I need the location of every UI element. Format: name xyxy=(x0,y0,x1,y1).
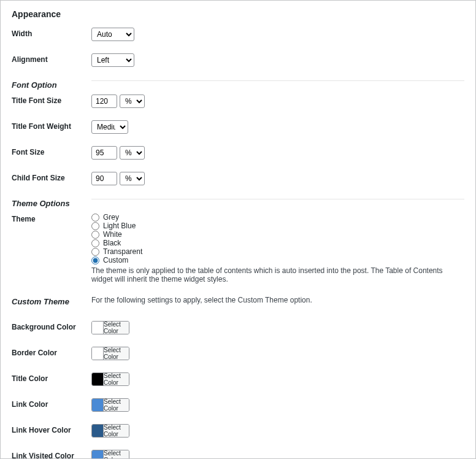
link-color-label: Link Color xyxy=(12,398,91,409)
select-color-text: Select Color xyxy=(103,450,129,459)
title-font-size-label: Title Font Size xyxy=(12,94,91,105)
link-hover-color-button[interactable]: Select Color xyxy=(91,424,129,438)
link-hover-color-label: Link Hover Color xyxy=(12,424,91,434)
alignment-label: Alignment xyxy=(12,53,91,64)
theme-radio-grey[interactable] xyxy=(91,214,99,222)
child-font-size-label: Child Font Size xyxy=(12,172,91,182)
border-color-swatch xyxy=(92,347,103,360)
background-color-label: Background Color xyxy=(12,321,91,331)
link-visited-color-swatch xyxy=(92,450,103,459)
theme-radio-black-label: Black xyxy=(103,239,121,247)
theme-radio-white-label: White xyxy=(103,230,122,239)
theme-radio-transparent-label: Transparent xyxy=(103,247,142,256)
title-color-swatch xyxy=(92,373,103,385)
theme-radio-light-blue[interactable] xyxy=(91,222,99,230)
link-hover-color-swatch xyxy=(92,425,103,437)
theme-radio-transparent[interactable] xyxy=(91,248,99,256)
title-color-button[interactable]: Select Color xyxy=(91,372,129,386)
font-option-heading: Font Option xyxy=(12,80,91,90)
select-color-text: Select Color xyxy=(103,373,129,385)
link-visited-color-button[interactable]: Select Color xyxy=(91,450,129,459)
link-color-swatch xyxy=(92,399,103,411)
title-font-weight-label: Title Font Weight xyxy=(12,120,91,131)
select-color-text: Select Color xyxy=(103,347,129,360)
background-color-swatch xyxy=(92,322,103,334)
theme-radio-white[interactable] xyxy=(91,231,99,239)
custom-theme-help-text: For the following settings to apply, sel… xyxy=(91,296,464,304)
font-size-label: Font Size xyxy=(12,146,91,156)
select-color-text: Select Color xyxy=(103,322,129,334)
theme-radio-grey-label: Grey xyxy=(103,213,119,222)
theme-options-heading: Theme Options xyxy=(12,199,91,208)
theme-radio-custom[interactable] xyxy=(91,256,99,264)
child-font-size-input[interactable] xyxy=(91,172,117,185)
custom-theme-heading: Custom Theme xyxy=(12,297,91,306)
font-size-input[interactable] xyxy=(91,146,117,160)
background-color-button[interactable]: Select Color xyxy=(91,321,129,334)
theme-help-text: The theme is only applied to the table o… xyxy=(91,266,464,284)
select-color-text: Select Color xyxy=(103,399,129,411)
theme-radio-light-blue-label: Light Blue xyxy=(103,222,136,230)
width-select[interactable]: Auto xyxy=(91,28,134,41)
border-color-label: Border Color xyxy=(12,347,91,357)
link-color-button[interactable]: Select Color xyxy=(91,398,129,412)
theme-radio-black[interactable] xyxy=(91,239,99,247)
select-color-text: Select Color xyxy=(103,425,129,437)
child-font-size-unit-select[interactable]: % xyxy=(120,172,145,185)
theme-label: Theme xyxy=(12,213,91,223)
title-font-size-input[interactable] xyxy=(91,94,117,108)
width-label: Width xyxy=(12,28,91,38)
font-size-unit-select[interactable]: % xyxy=(120,146,145,160)
link-visited-color-label: Link Visited Color xyxy=(12,450,91,459)
title-color-label: Title Color xyxy=(12,372,91,383)
border-color-button[interactable]: Select Color xyxy=(91,347,129,360)
title-font-weight-select[interactable]: Medium xyxy=(91,120,128,134)
title-font-size-unit-select[interactable]: % xyxy=(120,94,145,108)
section-appearance-title: Appearance xyxy=(12,9,464,19)
theme-radio-custom-label: Custom xyxy=(103,256,128,264)
alignment-select[interactable]: Left xyxy=(91,53,134,67)
